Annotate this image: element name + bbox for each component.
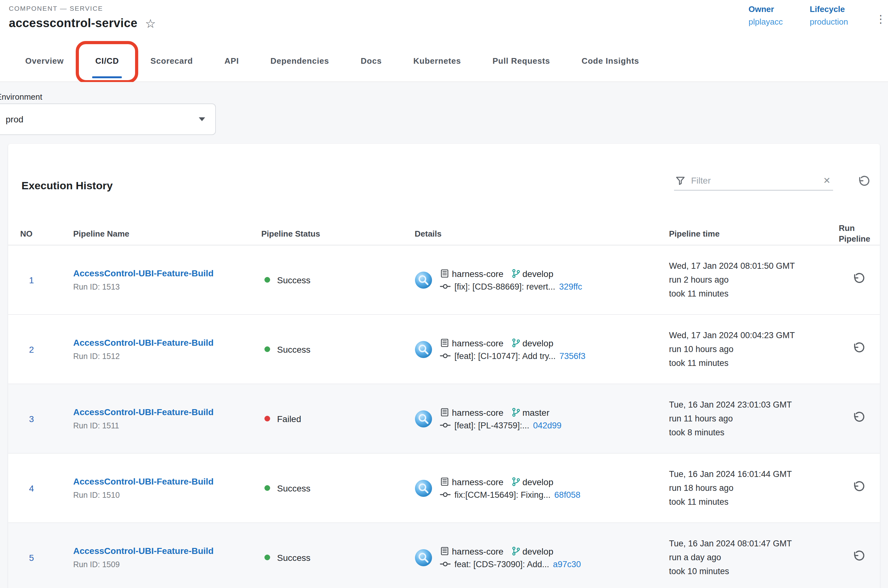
col-no: NO — [20, 229, 73, 238]
kebab-menu-icon[interactable]: ⋮ — [875, 13, 886, 26]
environment-select[interactable]: prod — [0, 104, 216, 135]
pipeline-name-link[interactable]: AccessControl-UBI-Feature-Build — [73, 407, 261, 417]
commit-hash-link[interactable]: 329ffc — [559, 282, 582, 291]
tab[interactable]: Pull Requests — [477, 40, 566, 81]
run-id: Run ID: 1509 — [73, 560, 261, 569]
title-row: accesscontrol-service ☆ — [9, 16, 156, 30]
clear-filter-icon[interactable]: ✕ — [823, 176, 831, 185]
repo-icon — [440, 408, 449, 417]
row-number: 3 — [20, 414, 73, 424]
pipeline-time-duration: took 11 minutes — [669, 287, 839, 301]
run-pipeline-button[interactable] — [853, 550, 865, 562]
run-id: Run ID: 1510 — [73, 491, 261, 500]
pipeline-name-link[interactable]: AccessControl-UBI-Feature-Build — [73, 338, 261, 348]
app-window: COMPONENT — SERVICE accesscontrol-servic… — [0, 0, 888, 588]
tab-label: Scorecard — [150, 56, 193, 65]
tab[interactable]: CI/CD — [80, 40, 135, 81]
run-pipeline-icon — [853, 272, 865, 285]
tab[interactable]: API — [209, 40, 255, 81]
favorite-star-icon[interactable]: ☆ — [145, 17, 156, 29]
pipeline-time-date: Tue, 16 Jan 2024 08:01:47 GMT — [669, 537, 839, 550]
details-cell: harness-core develop [feat]: [CI-10747]:… — [415, 338, 669, 360]
status-dot — [264, 485, 270, 491]
run-pipeline-button[interactable] — [853, 272, 865, 285]
detail-lines: harness-core develop feat: [CDS-73090]: … — [440, 546, 581, 569]
commit-hash-link[interactable]: 042d99 — [533, 420, 561, 430]
git-branch-icon — [511, 408, 520, 417]
run-pipeline-button[interactable] — [853, 480, 865, 493]
tab-label: CI/CD — [95, 56, 119, 65]
status-dot — [264, 555, 270, 560]
pipeline-name-cell: AccessControl-UBI-Feature-Build Run ID: … — [73, 338, 261, 361]
commit-icon — [440, 560, 451, 568]
environment-selected-value: prod — [6, 114, 23, 124]
pipeline-status-cell: Success — [261, 344, 415, 354]
col-pipeline-status: Pipeline Status — [261, 229, 415, 238]
tab-label: Overview — [25, 56, 64, 65]
git-branch-icon — [511, 269, 520, 278]
commit-icon — [440, 490, 451, 499]
pipeline-time-date: Wed, 17 Jan 2024 00:04:23 GMT — [669, 328, 839, 342]
repo-name: harness-core — [452, 338, 503, 348]
pipeline-time-date: Tue, 16 Jan 2024 16:01:44 GMT — [669, 467, 839, 481]
execution-table: NO Pipeline Name Pipeline Status Details… — [8, 223, 880, 588]
status-dot — [264, 346, 270, 352]
run-pipeline-button[interactable] — [853, 342, 865, 354]
commit-icon — [440, 421, 451, 430]
environment-label: Environment — [0, 92, 42, 102]
details-cell: harness-core develop feat: [CDS-73090]: … — [415, 546, 669, 569]
run-pipeline-cell — [839, 550, 872, 565]
pipeline-name-link[interactable]: AccessControl-UBI-Feature-Build — [73, 476, 261, 486]
tab[interactable]: Overview — [9, 40, 80, 81]
status-label: Success — [277, 275, 311, 285]
table-header-row: NO Pipeline Name Pipeline Status Details… — [8, 223, 880, 245]
tab[interactable]: Code Insights — [566, 40, 655, 81]
run-pipeline-cell — [839, 411, 872, 426]
owner-label: Owner — [748, 4, 783, 14]
owner-link[interactable]: plplayacc — [748, 17, 783, 27]
commit-hash-link[interactable]: 68f058 — [554, 490, 581, 500]
pipeline-name-link[interactable]: AccessControl-UBI-Feature-Build — [73, 546, 261, 556]
refresh-button[interactable] — [858, 176, 870, 188]
pipeline-name-link[interactable]: AccessControl-UBI-Feature-Build — [73, 268, 261, 278]
run-pipeline-icon — [853, 411, 865, 424]
tab[interactable]: Dependencies — [255, 40, 345, 81]
repo-name: harness-core — [452, 268, 503, 279]
chevron-down-icon — [199, 117, 205, 121]
execution-history-card: Execution History ✕ NO Pipeline Name Pip… — [8, 144, 880, 588]
filter-input[interactable] — [691, 176, 817, 186]
lifecycle-link[interactable]: production — [810, 17, 848, 27]
row-number: 1 — [20, 275, 73, 285]
pipeline-module-icon — [415, 549, 432, 566]
col-run-pipeline: Run Pipeline — [839, 223, 872, 244]
table-row: 5 AccessControl-UBI-Feature-Build Run ID… — [8, 523, 880, 588]
tab-label: Code Insights — [581, 56, 639, 65]
tab[interactable]: Scorecard — [135, 40, 209, 81]
pipeline-time-relative: run 11 hours ago — [669, 412, 839, 426]
tab-label: Kubernetes — [413, 56, 461, 65]
table-row: 1 AccessControl-UBI-Feature-Build Run ID… — [8, 245, 880, 315]
pipeline-name-cell: AccessControl-UBI-Feature-Build Run ID: … — [73, 407, 261, 430]
pipeline-status-cell: Success — [261, 275, 415, 285]
owner-block: Owner plplayacc — [748, 4, 783, 27]
commit-message: [feat]: [PL-43759]:... — [454, 420, 529, 430]
pipeline-time-cell: Wed, 17 Jan 2024 08:01:50 GMT run 2 hour… — [669, 259, 839, 301]
pipeline-time-relative: run 18 hours ago — [669, 481, 839, 495]
run-id: Run ID: 1512 — [73, 352, 261, 361]
git-branch-icon — [511, 477, 520, 486]
git-branch-icon — [511, 546, 520, 556]
pipeline-time-duration: took 11 minutes — [669, 495, 839, 509]
table-row: 4 AccessControl-UBI-Feature-Build Run ID… — [8, 454, 880, 523]
lifecycle-block: Lifecycle production — [810, 4, 848, 27]
tab[interactable]: Docs — [345, 40, 398, 81]
commit-hash-link[interactable]: a97c30 — [553, 559, 581, 569]
git-branch-icon — [511, 338, 520, 348]
pipeline-time-relative: run 2 hours ago — [669, 273, 839, 287]
commit-message: [feat]: [CI-10747]: Add try... — [454, 351, 556, 360]
tab[interactable]: Kubernetes — [398, 40, 477, 81]
run-pipeline-button[interactable] — [853, 411, 865, 424]
commit-hash-link[interactable]: 7356f3 — [559, 351, 586, 360]
repo-icon — [440, 338, 449, 348]
pipeline-time-duration: took 11 minutes — [669, 356, 839, 370]
tab-label: Dependencies — [270, 56, 329, 65]
